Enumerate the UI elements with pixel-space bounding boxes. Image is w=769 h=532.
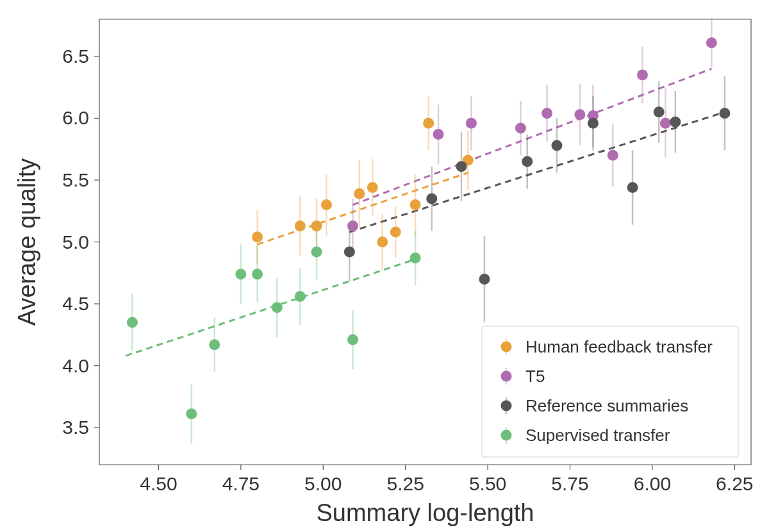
legend-marker-icon bbox=[501, 342, 512, 353]
data-point bbox=[522, 156, 533, 167]
data-point bbox=[542, 108, 552, 119]
y-axis-label: Average quality bbox=[13, 158, 40, 326]
data-point bbox=[209, 339, 220, 350]
data-point bbox=[608, 150, 618, 161]
data-point bbox=[295, 291, 306, 302]
data-point bbox=[706, 37, 717, 48]
data-point bbox=[719, 108, 730, 119]
data-point bbox=[252, 231, 263, 242]
data-point bbox=[410, 199, 421, 210]
data-point bbox=[377, 237, 388, 247]
y-tick-label: 5.5 bbox=[62, 169, 89, 190]
data-point bbox=[466, 118, 477, 129]
data-point bbox=[456, 161, 467, 172]
y-tick-label: 6.0 bbox=[62, 107, 89, 128]
trend-line bbox=[353, 69, 712, 204]
data-point bbox=[272, 302, 283, 313]
data-point bbox=[423, 118, 434, 129]
data-point bbox=[354, 188, 365, 199]
legend-label: Reference summaries bbox=[525, 396, 688, 415]
data-point bbox=[660, 118, 671, 129]
data-point bbox=[551, 140, 562, 151]
y-tick-label: 4.0 bbox=[62, 355, 89, 376]
data-point bbox=[321, 199, 332, 210]
trend-line bbox=[126, 260, 415, 356]
data-point bbox=[515, 122, 526, 133]
x-tick-label: 6.00 bbox=[634, 473, 671, 494]
legend: Human feedback transferT5Reference summa… bbox=[482, 326, 738, 457]
y-tick-label: 3.5 bbox=[62, 417, 89, 438]
x-axis-label: Summary log-length bbox=[316, 499, 534, 526]
legend-marker-icon bbox=[501, 401, 512, 411]
data-point bbox=[426, 193, 437, 204]
legend-label: Supervised transfer bbox=[525, 426, 670, 445]
legend-marker-icon bbox=[501, 430, 512, 441]
chart-container: 4.504.755.005.255.505.756.006.25 3.54.04… bbox=[0, 0, 769, 532]
data-point bbox=[433, 129, 444, 140]
data-point bbox=[344, 246, 355, 257]
data-point bbox=[390, 227, 401, 238]
x-tick-label: 5.50 bbox=[469, 473, 506, 494]
legend-label: Human feedback transfer bbox=[525, 337, 713, 356]
y-tick-label: 6.5 bbox=[62, 46, 89, 67]
legend-label: T5 bbox=[525, 367, 545, 386]
data-point bbox=[186, 408, 197, 419]
data-point bbox=[627, 182, 638, 193]
data-point bbox=[637, 69, 648, 80]
data-point bbox=[347, 220, 358, 231]
data-point bbox=[235, 269, 246, 279]
data-point bbox=[367, 182, 378, 193]
data-point bbox=[311, 246, 322, 257]
data-point bbox=[574, 109, 585, 120]
x-tick-label: 6.25 bbox=[716, 473, 753, 494]
data-point bbox=[252, 269, 263, 279]
data-point bbox=[347, 335, 358, 345]
y-tick-label: 4.5 bbox=[62, 293, 89, 314]
x-tick-label: 5.00 bbox=[304, 473, 342, 494]
data-point bbox=[479, 274, 490, 285]
x-tick-label: 4.50 bbox=[140, 473, 177, 494]
y-tick-label: 5.0 bbox=[62, 231, 89, 253]
trend-line bbox=[349, 112, 725, 232]
data-point bbox=[654, 106, 665, 117]
data-point bbox=[670, 117, 681, 128]
x-tick-label: 5.25 bbox=[386, 473, 424, 494]
data-point bbox=[127, 317, 138, 328]
data-point bbox=[588, 118, 599, 129]
trend-line bbox=[258, 172, 468, 244]
legend-marker-icon bbox=[501, 371, 512, 382]
data-point bbox=[295, 220, 306, 231]
x-tick-label: 5.75 bbox=[551, 473, 588, 494]
scatter-chart: 4.504.755.005.255.505.756.006.25 3.54.04… bbox=[0, 0, 769, 532]
x-tick-label: 4.75 bbox=[222, 473, 260, 494]
data-point bbox=[311, 220, 322, 231]
data-point bbox=[410, 253, 421, 263]
